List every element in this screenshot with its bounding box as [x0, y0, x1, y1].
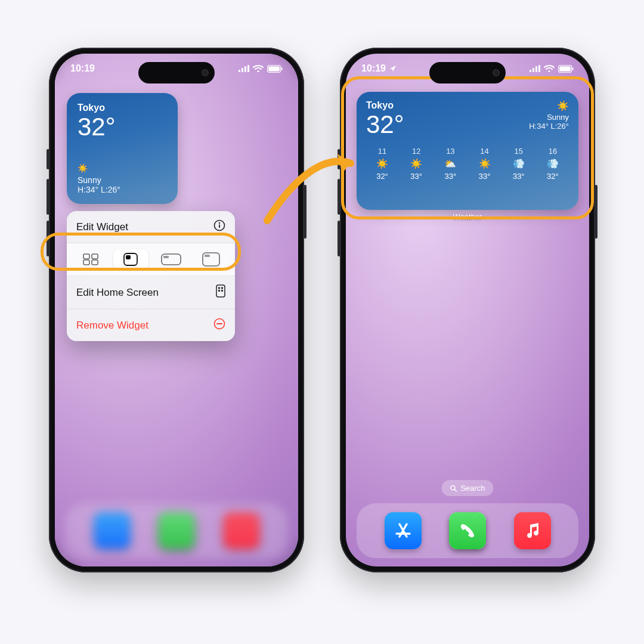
menu-label: Edit Home Screen	[76, 287, 159, 299]
minus-circle-icon	[213, 318, 225, 333]
forecast-hour: 15 💨 33°	[503, 147, 535, 181]
svg-rect-16	[126, 255, 131, 259]
weather-hilo: H:34° L:26°	[529, 122, 569, 131]
battery-icon	[558, 65, 574, 73]
weather-icon: ☀️	[376, 158, 388, 169]
svg-rect-25	[221, 290, 223, 292]
weather-widget-small[interactable]: Tokyo 32° ☀️ Sunny H:34° L:26°	[67, 93, 178, 204]
weather-condition: Sunny	[78, 175, 120, 185]
svg-rect-31	[538, 65, 540, 72]
forecast-hour: 14 ☀️ 33°	[469, 147, 501, 181]
svg-rect-12	[92, 254, 98, 259]
dynamic-island	[429, 62, 506, 83]
dock-blurred	[66, 503, 287, 558]
cellular-icon	[239, 65, 249, 72]
menu-edit-widget[interactable]: Edit Widget	[67, 211, 235, 243]
svg-rect-23	[221, 287, 223, 289]
dynamic-island	[138, 62, 215, 83]
weather-icon: ☀️	[410, 158, 422, 169]
forecast-hour: 11 ☀️ 32°	[366, 147, 398, 181]
app-phone[interactable]	[449, 512, 486, 549]
svg-rect-0	[239, 70, 240, 72]
svg-rect-30	[535, 66, 537, 72]
search-icon	[450, 485, 457, 492]
svg-rect-7	[281, 67, 283, 70]
battery-icon	[267, 65, 283, 73]
svg-rect-13	[83, 260, 89, 265]
widget-size-row	[67, 243, 235, 276]
svg-rect-18	[163, 256, 169, 258]
search-label: Search	[460, 484, 485, 493]
size-option-small[interactable]	[113, 249, 149, 270]
location-icon	[389, 65, 397, 72]
svg-rect-14	[92, 260, 98, 265]
info-icon	[213, 219, 225, 234]
dock	[357, 503, 578, 558]
sun-icon: ☀️	[78, 163, 120, 173]
svg-rect-27	[216, 323, 222, 324]
screen-left: 10:19 Tokyo 32°	[55, 54, 298, 566]
widget-context-menu: Edit Widget	[67, 211, 235, 341]
forecast-hour: 12 ☀️ 33°	[400, 147, 432, 181]
weather-city: Tokyo	[78, 103, 167, 113]
svg-rect-2	[244, 66, 246, 72]
forecast-hour: 16 💨 32°	[537, 147, 569, 181]
svg-rect-29	[532, 68, 534, 72]
widget-caption: Weather	[346, 212, 589, 221]
hourly-forecast: 11 ☀️ 32° 12 ☀️ 33° 13 ⛅ 33°	[366, 147, 569, 181]
cellular-icon	[530, 65, 540, 72]
search-pill[interactable]: Search	[441, 480, 493, 496]
svg-point-32	[548, 70, 550, 72]
weather-icon: ⛅	[444, 158, 456, 169]
wifi-icon	[253, 65, 264, 73]
screen-right: 10:19	[346, 54, 589, 566]
svg-point-4	[257, 70, 259, 72]
status-time: 10:19	[361, 63, 386, 74]
weather-widget-medium[interactable]: Tokyo 32° ☀️ Sunny H:34° L:26° 11 ☀️ 32°	[357, 92, 578, 210]
menu-edit-home-screen[interactable]: Edit Home Screen	[67, 276, 235, 309]
weather-icon: ☀️	[479, 158, 491, 169]
phone-right: 10:19	[340, 48, 595, 572]
app-icon	[223, 512, 260, 549]
weather-condition: Sunny	[529, 113, 569, 122]
phone-left: 10:19 Tokyo 32°	[49, 48, 304, 572]
weather-temp: 32°	[78, 114, 167, 140]
menu-label: Edit Widget	[76, 221, 128, 233]
app-icon	[94, 512, 131, 549]
status-time: 10:19	[70, 63, 95, 74]
svg-rect-15	[124, 253, 137, 265]
phone-apps-icon	[216, 284, 225, 301]
weather-city: Tokyo	[366, 100, 404, 111]
weather-hilo: H:34° L:26°	[78, 185, 120, 194]
app-icon	[158, 512, 195, 549]
svg-rect-1	[242, 68, 243, 72]
svg-rect-20	[205, 255, 210, 257]
weather-icon: 💨	[513, 158, 525, 169]
svg-rect-28	[530, 70, 531, 72]
size-option-medium[interactable]	[153, 253, 189, 265]
svg-rect-3	[247, 65, 249, 72]
menu-remove-widget[interactable]: Remove Widget	[67, 309, 235, 341]
svg-rect-17	[162, 254, 181, 265]
menu-label: Remove Widget	[76, 320, 148, 332]
svg-rect-22	[218, 287, 220, 289]
weather-temp: 32°	[366, 112, 404, 137]
svg-point-9	[219, 222, 220, 224]
forecast-hour: 13 ⛅ 33°	[434, 147, 466, 181]
wifi-icon	[544, 65, 555, 73]
app-appstore[interactable]	[385, 512, 422, 549]
svg-rect-11	[83, 254, 89, 259]
size-option-large[interactable]	[194, 252, 230, 267]
svg-rect-24	[218, 290, 220, 292]
size-option-icons[interactable]	[73, 253, 109, 265]
sun-icon: ☀️	[529, 100, 569, 112]
svg-rect-34	[559, 66, 571, 72]
svg-rect-21	[216, 285, 225, 297]
svg-rect-10	[219, 224, 220, 228]
svg-rect-6	[268, 66, 280, 72]
app-music[interactable]	[514, 512, 551, 549]
weather-icon: 💨	[547, 158, 559, 169]
svg-rect-35	[572, 67, 574, 70]
svg-line-37	[454, 490, 456, 491]
